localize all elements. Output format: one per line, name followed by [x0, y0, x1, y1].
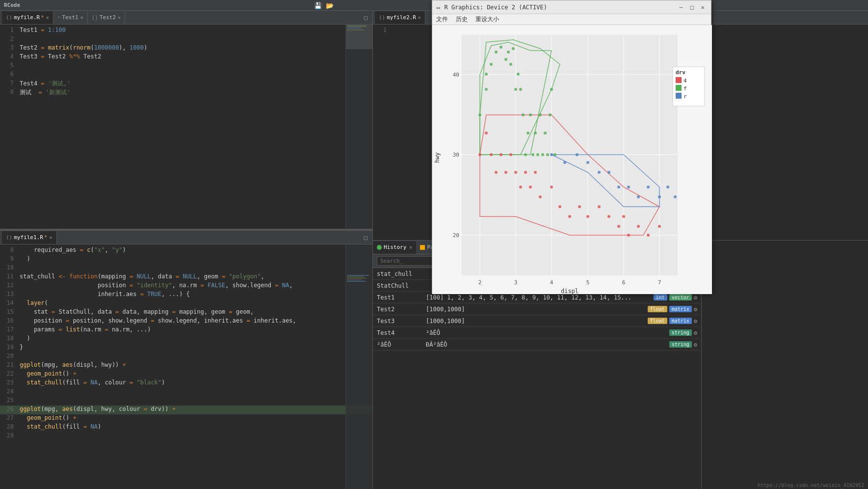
top-editor-maximize[interactable]: □ [361, 14, 370, 21]
b-line-num-16: 16 [0, 317, 18, 326]
svg-point-37 [517, 73, 520, 76]
b-line-num-29: 29 [0, 432, 18, 441]
tab-myfile2-close[interactable]: ✕ [418, 15, 421, 20]
svg-point-88 [647, 186, 650, 189]
svg-point-34 [509, 63, 512, 66]
b-line-code-11[interactable]: stat_chull <- function(mapping = NULL, d… [18, 273, 372, 282]
svg-point-33 [507, 51, 510, 54]
b-line-num-11: 11 [0, 273, 18, 282]
svg-point-38 [519, 88, 522, 91]
b-line-14: 14 layer( [0, 299, 372, 308]
tab-myfile-close[interactable]: ✕ [46, 15, 49, 20]
b-line-num-12: 12 [0, 282, 18, 291]
tab-myfile1[interactable]: () myfile1.R * ✕ [2, 231, 57, 244]
bottom-editor-maximize[interactable]: □ [361, 234, 370, 241]
b-line-code-27[interactable]: geom_point() + [18, 414, 372, 423]
b-line-num-26: 26 [0, 406, 18, 414]
tab-test1[interactable]: ~ Test1 ✕ [53, 11, 88, 24]
b-line-code-23[interactable]: stat_chull(fill = NA, colour = "black") [18, 379, 372, 388]
gfx-resize-icon: ↔ [436, 3, 440, 11]
line-code-1[interactable]: Test1 = 1:100 [18, 27, 372, 35]
b-line-code-12[interactable]: position = "identity", na.rm = FALSE, sh… [18, 282, 372, 291]
b-line-code-26[interactable]: ggplot(mpg, aes(displ, hwy, colour = drv… [18, 406, 372, 414]
svg-point-66 [550, 186, 553, 189]
b-line-20: 20 [0, 353, 372, 361]
b-line-code-9[interactable]: ) [18, 255, 372, 264]
line-4: 4 Test3 = Test2 %*% Test2 [0, 53, 372, 62]
b-line-num-8: 8 [0, 246, 18, 255]
b-line-code-10[interactable] [18, 264, 372, 273]
svg-point-82 [586, 161, 589, 164]
svg-point-77 [647, 234, 650, 237]
graphics-window: ↔ R Graphics: Device 2 (ACTIVE) — □ ✕ 文件… [432, 0, 711, 294]
svg-point-59 [509, 153, 512, 156]
tab-myfile1-icon: () [6, 234, 12, 241]
env-gear-ceши[interactable]: ⚙ [694, 341, 697, 348]
b-line-code-19[interactable]: } [18, 344, 372, 353]
gfx-minimize-btn[interactable]: — [677, 3, 685, 12]
tab-test2[interactable]: () Test2 ✕ [88, 11, 125, 24]
badge-string-ceши: string [669, 341, 692, 348]
line-code-5[interactable] [18, 62, 372, 71]
svg-point-62 [524, 171, 527, 174]
svg-point-54 [485, 132, 488, 135]
b-line-code-15[interactable]: stat = StatChull, data = data, mapping =… [18, 308, 372, 317]
b-line-code-14[interactable]: layer( [18, 299, 372, 308]
gfx-menu-history[interactable]: 历史 [456, 15, 468, 24]
gfx-restore-btn[interactable]: □ [687, 3, 696, 12]
line-code-6[interactable] [18, 71, 372, 80]
tab-history[interactable]: History ✕ [373, 241, 416, 254]
svg-point-29 [490, 63, 493, 66]
svg-point-56 [495, 171, 498, 174]
gfx-close-btn[interactable]: ✕ [698, 3, 707, 12]
open-icon[interactable]: 📂 [326, 2, 334, 9]
b-line-code-13[interactable]: inherit.aes = TRUE, ...) { [18, 291, 372, 299]
svg-point-85 [617, 186, 620, 189]
b-line-code-18[interactable]: ) [18, 335, 372, 344]
b-line-code-21[interactable]: ggplot(mpg, aes(displ, hwy)) + [18, 361, 372, 370]
line-num-6: 6 [0, 71, 18, 80]
svg-text:30: 30 [453, 152, 459, 158]
save-icon[interactable]: 💾 [314, 2, 322, 9]
minimap-scrollhandle[interactable] [345, 25, 372, 49]
line-code-3[interactable]: Test2 = matrix(rnorm(1000000), 1000) [18, 44, 372, 53]
line-code-8[interactable]: 测试 = '新测试' [18, 88, 372, 97]
b-line-code-17[interactable]: params = list(na.rm = na.rm, ...) [18, 326, 372, 335]
env-name-stat-chull: stat_chull [377, 271, 426, 277]
env-gear-test4[interactable]: ⚙ [694, 329, 697, 336]
line-code-2[interactable] [18, 35, 372, 44]
env-value-test3: [1000,1000] [426, 318, 646, 325]
history-tab-close[interactable]: ✕ [409, 244, 412, 250]
env-gear-test2[interactable]: ⚙ [694, 306, 697, 313]
b-line-num-10: 10 [0, 264, 18, 273]
b-line-21: 21 ggplot(mpg, aes(displ, hwy)) + [0, 361, 372, 370]
b-line-code-8[interactable]: required_aes = c("x", "y") [18, 246, 372, 255]
tab-myfile2[interactable]: () myfile2.R ✕ [375, 11, 425, 24]
tab-test2-close[interactable]: ✕ [118, 15, 121, 20]
env-gear-test1[interactable]: ⚙ [694, 294, 697, 301]
history-icon [377, 245, 382, 250]
line-code-4[interactable]: Test3 = Test2 %*% Test2 [18, 53, 372, 62]
tab-test1-close[interactable]: ✕ [80, 15, 83, 20]
tab-myfile1-close[interactable]: ✕ [49, 235, 52, 240]
b-line-code-20[interactable] [18, 353, 372, 361]
b-line-code-22[interactable]: geom_point() + [18, 370, 372, 379]
minimap [345, 25, 372, 229]
bottom-tab-bar: () myfile1.R * ✕ □ [0, 231, 372, 244]
tab-myfile[interactable]: () myfile.R * ✕ [2, 11, 53, 24]
b-line-8: 8 required_aes = c("x", "y") [0, 246, 372, 255]
b-line-code-28[interactable]: stat_chull(fill = NA) [18, 423, 372, 432]
b-line-code-16[interactable]: position = position, show.legend = show.… [18, 317, 372, 326]
line-code-7[interactable]: Test4 = '测试,' [18, 80, 372, 88]
env-value-test2: [1000,1000] [426, 306, 646, 313]
b-line-9: 9 ) [0, 255, 372, 264]
gfx-titlebar[interactable]: ↔ R Graphics: Device 2 (ACTIVE) — □ ✕ [432, 0, 711, 14]
tab-myfile1-modified: * [44, 234, 48, 241]
gfx-menu-resize[interactable]: 重设大小 [475, 15, 499, 24]
env-gear-test3[interactable]: ⚙ [694, 318, 697, 325]
svg-point-74 [622, 215, 625, 218]
line-num-5: 5 [0, 62, 18, 71]
b-line-num-25: 25 [0, 397, 18, 406]
gfx-menu-file[interactable]: 文件 [436, 15, 448, 24]
b-line-25: 25 [0, 397, 372, 406]
